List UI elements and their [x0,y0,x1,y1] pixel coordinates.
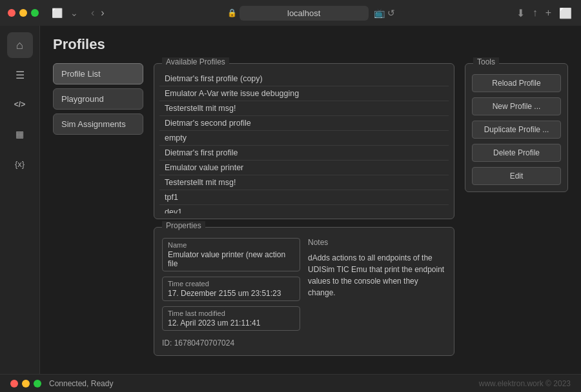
time-created-label: Time created [168,280,294,288]
main-container: ⌂ ☰ </> ▦ {x} Profiles Profile List Play… [0,26,581,374]
sidebar-settings-icon[interactable]: {x} [7,151,33,177]
tools-label: Tools [473,57,499,66]
sidebar-chart-icon[interactable]: ▦ [7,121,33,147]
edit-button[interactable]: Edit [472,167,561,185]
profiles-list: Dietmar's first profile (copy)Emulator A… [159,72,449,213]
status-lights [10,380,41,387]
profile-item[interactable]: Emulator value printer [159,161,449,175]
status-text: Connected, Ready [49,379,113,388]
new-profile-button[interactable]: New Profile ... [472,97,561,115]
minimize-button[interactable] [19,9,27,17]
duplicate-profile-button[interactable]: Duplicate Profile ... [472,121,561,139]
profile-item[interactable]: tpf1 [159,190,449,205]
time-modified-field: Time last modified 12. April 2023 um 21:… [162,306,300,331]
notes-value: dAdds actions to all endpoints of the UD… [308,252,446,299]
center-panel: Available Profiles Dietmar's first profi… [154,63,454,364]
available-profiles-label: Available Profiles [162,57,229,66]
time-modified-value: 12. April 2023 um 21:11:41 [168,318,294,328]
cast-icon[interactable]: 📺 [374,8,385,18]
id-label: ID: [162,338,174,348]
tools-panel: Tools Reload Profile New Profile ... Dup… [465,63,568,364]
profile-item[interactable]: Dietmar's second profile [159,116,449,131]
close-button[interactable] [8,9,15,17]
left-nav: Profile List Playground Sim Assignments [53,63,143,364]
status-light-red [10,380,18,387]
name-label: Name [168,241,294,249]
id-value: ID: 16780470707024 [162,338,300,348]
tools-inner: Tools Reload Profile New Profile ... Dup… [465,63,568,192]
download-icon[interactable]: ⬇ [515,6,526,21]
time-created-value: 17. Dezember 2155 um 23:51:23 [168,289,294,298]
profile-item[interactable]: Testerstellt mit msg! [159,175,449,190]
tabs-icon[interactable]: ⬜ [558,6,573,21]
lock-icon: 🔒 [227,8,237,17]
statusbar: Connected, Ready www.elektron.work © 202… [0,374,581,392]
profile-item[interactable]: Dietmar's first profile (copy) [159,72,449,86]
titlebar-right-actions: ⬇ ↑ + ⬜ [515,6,573,21]
content-row: Profile List Playground Sim Assignments … [53,63,568,364]
id-number: 16780470707024 [174,338,234,348]
address-bar[interactable]: localhost [240,6,369,21]
status-light-yellow [22,380,30,387]
status-light-green [34,380,41,387]
available-profiles-panel: Available Profiles Dietmar's first profi… [154,63,454,219]
titlebar: ⬜ ⌄ ‹ › 🔒 localhost 📺 ↺ ⬇ ↑ + ⬜ [0,0,581,26]
sidebar-home-icon[interactable]: ⌂ [7,32,33,58]
properties-inner: Name Emulator value printer (new action … [162,238,446,348]
reload-profile-button[interactable]: Reload Profile [472,74,561,92]
nav-playground[interactable]: Playground [53,88,143,110]
delete-profile-button[interactable]: Delete Profile [472,144,561,162]
page-title: Profiles [53,36,568,53]
new-tab-icon[interactable]: + [544,6,553,20]
window-layout-icon[interactable]: ⬜ [49,6,65,19]
content-area: Profiles Profile List Playground Sim Ass… [40,26,581,374]
address-area: 🔒 localhost 📺 ↺ [112,6,510,21]
titlebar-chevron-icon[interactable]: ⌄ [68,6,81,19]
profile-item[interactable]: Testerstellt mit msg! [159,101,449,116]
forward-button[interactable]: › [98,7,107,19]
nav-controls: ‹ › [88,7,107,19]
name-value: Emulator value printer (new action file [168,250,294,268]
sidebar-code-icon[interactable]: </> [7,92,33,117]
traffic-lights [8,9,39,17]
watermark: www.elektron.work © 2023 [479,379,571,388]
notes-label: Notes [308,238,446,247]
maximize-button[interactable] [31,9,39,17]
properties-panel: Properties Name Emulator value printer (… [154,227,454,356]
time-modified-label: Time last modified [168,309,294,317]
back-button[interactable]: ‹ [88,7,97,19]
nav-sim-assignments[interactable]: Sim Assignments [53,113,143,135]
props-right: Notes dAdds actions to all endpoints of … [308,238,446,348]
refresh-icon[interactable]: ↺ [387,8,395,18]
name-field: Name Emulator value printer (new action … [162,238,300,271]
sidebar: ⌂ ☰ </> ▦ {x} [0,26,40,374]
properties-label: Properties [162,221,205,230]
profile-item[interactable]: dev1 [159,205,449,213]
profile-item[interactable]: Dietmar's first profile [159,146,449,161]
time-created-field: Time created 17. Dezember 2155 um 23:51:… [162,277,300,301]
window-controls: ⬜ ⌄ [49,6,81,19]
nav-profile-list[interactable]: Profile List [53,63,143,84]
profile-item[interactable]: Emulator A-Var write issue debugging [159,86,449,101]
sidebar-list-icon[interactable]: ☰ [7,62,33,88]
share-icon[interactable]: ↑ [531,6,539,20]
profile-item[interactable]: empty [159,131,449,146]
props-left: Name Emulator value printer (new action … [162,238,300,348]
